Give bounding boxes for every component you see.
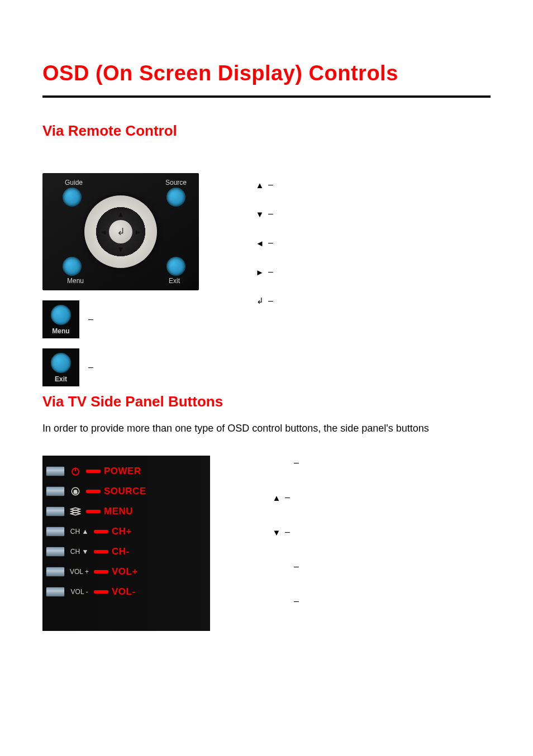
side-dash xyxy=(86,490,101,493)
side-legend-2: – xyxy=(285,492,290,503)
down-arrow-icon: ▼ xyxy=(272,528,282,537)
mini-menu-button-icon xyxy=(51,305,71,325)
dpad-right-icon: ► xyxy=(134,228,141,236)
chdn-icon: CH ▼ xyxy=(68,548,91,556)
remote-source-button xyxy=(166,188,185,207)
side-label-menu: MENU xyxy=(104,506,133,517)
side-row-source: S SOURCE xyxy=(46,481,206,501)
dpad-up-icon: ▲ xyxy=(117,210,125,218)
svg-text:S: S xyxy=(74,489,78,495)
side-row-volup: VOL + VOL+ xyxy=(46,562,206,582)
remote-menu-button xyxy=(63,257,82,276)
remote-label-guide: Guide xyxy=(65,179,83,186)
legend-down-text: – xyxy=(268,209,273,219)
remote-photo: Guide Source Menu Exit ▲ ▼ ◄ ► ↲ xyxy=(42,173,199,290)
dpad-left-icon: ◄ xyxy=(100,228,107,236)
side-legend-4: – xyxy=(294,562,299,572)
side-intro-text: In order to provide more than one type o… xyxy=(42,422,491,436)
side-button-chup xyxy=(46,527,65,537)
voldn-icon: VOL - xyxy=(68,588,91,596)
side-area: POWER S SOURCE MENU CH ▲ CH+ CH xyxy=(42,456,491,631)
remote-label-exit: Exit xyxy=(169,277,180,285)
side-dash xyxy=(94,570,108,573)
side-legend: – ▲– ▼– – – xyxy=(272,456,299,631)
remote-dpad: ▲ ▼ ◄ ► ↲ xyxy=(84,195,157,268)
remote-area: Guide Source Menu Exit ▲ ▼ ◄ ► ↲ Menu – xyxy=(42,173,491,386)
side-button-power xyxy=(46,466,65,476)
side-dash xyxy=(94,550,108,553)
dpad-enter-button: ↲ xyxy=(109,220,132,243)
page-title: OSD (On Screen Display) Controls xyxy=(42,61,491,98)
side-legend-3: – xyxy=(285,527,290,537)
side-label-volup: VOL+ xyxy=(112,566,138,577)
side-button-voldn xyxy=(46,587,65,597)
remote-guide-button xyxy=(63,188,82,207)
up-arrow-icon: ▲ xyxy=(255,180,265,190)
volup-icon: VOL + xyxy=(68,568,91,576)
section-remote-title: Via Remote Control xyxy=(42,122,491,140)
remote-legend: ▲– ▼– ◄– ►– ↲– xyxy=(255,173,491,386)
mini-exit-dash: – xyxy=(88,362,93,372)
side-row-chdn: CH ▼ CH- xyxy=(46,542,206,562)
mini-exit-button-icon xyxy=(51,353,71,373)
up-arrow-icon: ▲ xyxy=(272,493,282,503)
side-dash xyxy=(86,470,101,473)
side-label-power: POWER xyxy=(104,466,141,477)
remote-label-menu: Menu xyxy=(67,277,84,285)
side-legend-5: – xyxy=(294,596,299,606)
side-dash xyxy=(94,590,108,594)
side-label-chup: CH+ xyxy=(112,526,132,537)
side-label-voldn: VOL- xyxy=(112,586,136,597)
power-icon xyxy=(68,466,83,476)
section-side-title: Via TV Side Panel Buttons xyxy=(42,393,491,410)
mini-menu-dash: – xyxy=(88,314,93,324)
side-row-voldn: VOL - VOL- xyxy=(46,582,206,602)
right-arrow-icon: ► xyxy=(255,267,265,277)
legend-right-text: – xyxy=(268,267,273,277)
side-button-chdn xyxy=(46,547,65,557)
mini-menu-label: Menu xyxy=(46,327,76,335)
remote-label-source: Source xyxy=(165,179,187,186)
legend-up-text: – xyxy=(268,180,273,190)
side-dash xyxy=(86,510,101,513)
remote-exit-button xyxy=(166,257,185,276)
side-row-chup: CH ▲ CH+ xyxy=(46,521,206,542)
source-icon: S xyxy=(68,486,83,496)
menu-icon xyxy=(68,507,83,516)
legend-left-text: – xyxy=(268,238,273,248)
side-legend-1: – xyxy=(294,458,299,468)
enter-icon: ↲ xyxy=(255,296,265,306)
side-dash xyxy=(94,530,108,533)
side-row-menu: MENU xyxy=(46,501,206,521)
remote-mini-exit: Exit xyxy=(42,348,79,386)
side-panel-photo: POWER S SOURCE MENU CH ▲ CH+ CH xyxy=(42,456,210,631)
remote-mini-menu: Menu xyxy=(42,300,79,338)
side-button-source xyxy=(46,486,65,496)
side-row-power: POWER xyxy=(46,461,206,481)
dpad-down-icon: ▼ xyxy=(117,245,125,253)
legend-enter-text: – xyxy=(268,296,273,306)
down-arrow-icon: ▼ xyxy=(255,209,265,219)
side-button-menu xyxy=(46,506,65,516)
side-button-volup xyxy=(46,567,65,577)
side-label-chdn: CH- xyxy=(112,546,130,557)
side-label-source: SOURCE xyxy=(104,486,146,497)
left-arrow-icon: ◄ xyxy=(255,238,265,248)
mini-exit-label: Exit xyxy=(46,375,76,383)
chup-icon: CH ▲ xyxy=(68,528,91,535)
